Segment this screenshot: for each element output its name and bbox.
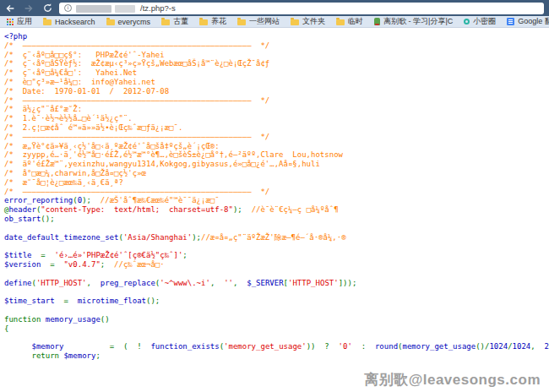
code-line: <?php [4, 32, 549, 41]
code-line: date_default_timezone_set('Asia/Shanghai… [4, 233, 549, 242]
forward-icon [23, 3, 35, 14]
code-line: /* 1.è¯·è½¬è½½å…□è´¹ä½¿ç"¨. [4, 114, 549, 123]
code-line: $title = 'é›…é»'PHPæŽ¢é'ˆ[ç®€ä½"ç‰ˆ]'; [4, 251, 549, 260]
bookmark-item[interactable]: 古董 [161, 16, 188, 27]
bookmark-item[interactable]: Google 翻译 [507, 16, 549, 27]
redacted-host [76, 3, 136, 14]
bookmark-item[interactable]: 养花 [199, 16, 226, 27]
bookmark-label: 文件夹 [302, 16, 325, 27]
code-line: /* æ˜¯å□¦è¿□æœ‰ä¸‹ä¸€ä¸ª? [4, 178, 549, 188]
code-line: /* æ„Ÿè°¢ä»¥ä¸‹ç½'å□‹ä¸ºæŽ¢é'ˆå□šå‡ºçš„è… [4, 142, 549, 151]
code-line: /* zyypp,é…·ä¸'é½™å□·é£Ž,é½™æ™°è¶…,è□šèŠ… [4, 150, 549, 160]
code-line: /* ç¨‹åº□å¼€å□': Yahei.Net [4, 68, 549, 78]
back-icon [4, 3, 16, 14]
folder-icon [106, 19, 115, 25]
code-line: ob_start(); [4, 215, 549, 224]
code-line: /* ç¨‹åº□å□□ç§°: PHPæŽ¢é'ˆ-Yahei [4, 51, 549, 60]
code-line: /* ä½¿ç"¨å£°æ˜Ž: [4, 105, 549, 114]
code-line: $version = "v0.4.7"; //ç‰ˆæœ¬å□· [4, 260, 549, 270]
code-line: /* —————————————————————————————————————… [4, 188, 549, 197]
code-area: <?php/* ————————————————————————————————… [0, 28, 549, 361]
code-line: /* —————————————————————————————————————… [4, 41, 549, 51]
page-info-icon[interactable]: i [64, 4, 72, 12]
folder-icon [199, 19, 208, 25]
code-line: /* äº'é£Žæ™¨,yexinzhu,wangyu1314,Kokgog,… [4, 160, 549, 169]
bookmark-item[interactable]: 临时 [336, 16, 363, 27]
url-path-text: /tz.php?-s [140, 3, 176, 13]
bookmark-item[interactable]: 小密圈 [464, 16, 496, 27]
code-line: @header("content-Type: text/html; charse… [4, 205, 549, 215]
watermark-text: 离别歌@leavesongs.com [364, 370, 541, 389]
code-line: return $memory; [4, 351, 549, 361]
browser-window: i /tz.php?-s 应用 Hacksearcheverycms古董养花一些… [0, 0, 549, 392]
forward-button[interactable] [22, 3, 35, 14]
code-line [4, 306, 549, 315]
folder-icon [336, 19, 345, 25]
bookmark-label: Google 翻译 [518, 16, 549, 27]
code-line: $memory = ( ! function_exists('memory_ge… [4, 342, 549, 351]
folder-icon [291, 19, 299, 25]
code-line: { [4, 324, 549, 334]
code-line [4, 270, 549, 279]
address-bar[interactable]: i /tz.php?-s [59, 3, 544, 14]
bookmark-label: 离别歌 - 学习|分享|C [383, 16, 453, 27]
code-line: function memory_usage() [4, 315, 549, 324]
translate-icon [507, 18, 514, 25]
code-line: /* ç¨‹åº□åŠŸèƒ½: æŽ¢æµ‹ç³»ç»Ÿçš„Webæœ□åŠ… [4, 59, 549, 68]
redacted-block [115, 5, 135, 13]
bookmark-label: 一些网站 [249, 16, 280, 27]
reload-button[interactable] [41, 3, 54, 14]
apps-grid-icon [7, 19, 14, 25]
bookmark-item[interactable]: 离别歌 - 学习|分享|C [374, 16, 453, 27]
code-line: error_reporting(0); //æŠ'åˆ¶æ‰€æœ‰é"™è¯¯… [4, 196, 549, 205]
redacted-block [76, 5, 111, 13]
bookmark-label: 古董 [173, 16, 188, 27]
code-line: /* 2.ç¦□æ­¢åˆ é™¤ä»»ä½•è¡Œç‰ˆæ□ƒä¿¡æ□¯. [4, 123, 549, 133]
code-line: /* è□"ç³»æ–¹å¼□: info@Yahei.net [4, 78, 549, 87]
folder-icon [161, 19, 170, 25]
cactus-icon [374, 18, 380, 25]
code-line [4, 287, 549, 297]
bookmark-label: Hacksearch [55, 18, 95, 26]
browser-toolbar: i /tz.php?-s [0, 0, 549, 16]
code-line: define('HTTP_HOST', preg_replace('~^www\… [4, 279, 549, 288]
bookmark-item[interactable]: 文件夹 [291, 16, 325, 27]
code-line [4, 224, 549, 233]
code-line [4, 242, 549, 251]
bookmark-item[interactable]: Hacksearch [43, 18, 95, 26]
back-button[interactable] [3, 3, 17, 14]
apps-label: 应用 [17, 16, 32, 27]
code-line: /* —————————————————————————————————————… [4, 133, 549, 142]
circle-icon [464, 19, 470, 24]
bookmarks-bar: 应用 Hacksearcheverycms古董养花一些网站文件夹临时离别歌 - … [0, 16, 549, 28]
folder-icon [43, 19, 52, 25]
bookmark-label: 养花 [211, 16, 226, 27]
code-line: /* å°□æ□¼,charwin,å□Žå¤□ç½'ç»œ [4, 169, 549, 178]
folder-icon [237, 19, 246, 25]
code-line: $time_start = microtime_float(); [4, 297, 549, 306]
bookmark-label: everycms [118, 18, 151, 26]
bookmark-label: 小密圈 [473, 16, 496, 27]
code-line: /* —————————————————————————————————————… [4, 96, 549, 106]
bookmark-label: 临时 [348, 16, 363, 27]
bookmark-item[interactable]: 一些网站 [237, 16, 280, 27]
code-line [4, 333, 549, 342]
apps-shortcut[interactable]: 应用 [7, 16, 32, 27]
code-line: /* Date: 1970-01-01 / 2012-07-08 [4, 87, 549, 96]
reload-icon [42, 3, 53, 14]
bookmark-item[interactable]: everycms [106, 18, 151, 26]
